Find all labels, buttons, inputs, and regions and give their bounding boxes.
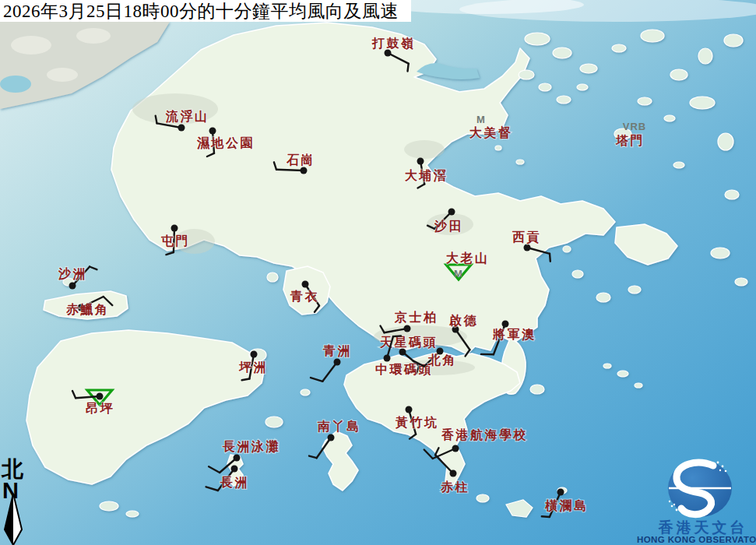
station-dot: [234, 455, 241, 462]
ninepin-island: [603, 364, 611, 368]
station-dot: [97, 393, 104, 400]
logo-name-en: HONG KONG OBSERVATORY: [637, 535, 756, 544]
station-label: 赤鱲角: [65, 303, 110, 316]
station-label: 青衣: [290, 290, 319, 303]
station-label: 黃竹坑: [395, 416, 439, 429]
mirs-bay-island: [725, 190, 739, 199]
station-dot: [302, 281, 309, 288]
port-shelter-island: [628, 286, 641, 294]
station-dot: [178, 125, 185, 132]
station-dot: [404, 325, 411, 332]
station-dot: [301, 167, 308, 174]
station-dot: [450, 470, 457, 477]
station-label: 流浮山: [165, 109, 209, 123]
ninepin-island: [617, 371, 628, 377]
station-label: 中環碼頭: [375, 363, 433, 377]
wind-barb-flick: [550, 254, 550, 262]
wind-barb-flick: [542, 516, 550, 517]
mirs-bay-island: [525, 33, 550, 45]
station-label: 將軍澳: [492, 328, 536, 341]
urban-patch: [11, 36, 51, 54]
mirs-bay-island: [673, 162, 684, 168]
station-label: 西貢: [512, 230, 541, 244]
urban-patch: [76, 28, 111, 44]
station-label: 天星碼頭: [379, 336, 438, 350]
station-dot: [399, 349, 406, 356]
station-label: 坪洲: [238, 360, 268, 374]
station-label: 北角: [427, 353, 457, 367]
station-dot: [502, 321, 509, 328]
mirs-bay-island: [670, 69, 687, 80]
station-dot: [231, 466, 238, 473]
mirs-bay-island: [580, 64, 597, 73]
station-label: 大埔滘: [405, 168, 448, 182]
wind-barb-flick: [408, 64, 409, 72]
station-label: 橫瀾島: [544, 499, 589, 512]
ma-wan-island: [267, 272, 278, 282]
station-marker: M: [476, 114, 486, 125]
station-label: 打鼓嶺: [371, 37, 416, 50]
tung-lung-island: [530, 385, 544, 394]
station-dot: [385, 50, 392, 57]
station-dot: [524, 244, 531, 251]
station-label: 沙田: [434, 220, 463, 233]
station-label: 大美督: [469, 125, 513, 139]
kau-yi-chau-island: [301, 389, 310, 396]
station-label: 青洲: [322, 344, 352, 357]
station-label: 京士柏: [394, 310, 438, 324]
station-dot: [406, 406, 413, 413]
mirs-bay-island: [641, 30, 664, 42]
mirs-bay-island: [612, 44, 626, 52]
station-label: 啟德: [448, 314, 478, 327]
wind-map: 打鼓嶺流浮山濕地公園石崗M大美督VRB塔門大埔滘沙田屯門西貢M大老山沙洲赤鱲角青…: [0, 0, 756, 545]
east-island: [735, 278, 747, 286]
station-label: 濕地公園: [196, 136, 255, 150]
mirs-bay-island: [718, 133, 733, 150]
station-label: 沙洲: [58, 267, 87, 280]
tolo-islet: [495, 146, 501, 150]
station-label: 屯門: [160, 234, 190, 248]
station-marker: M: [454, 268, 463, 280]
station-label: 塔門: [615, 134, 645, 147]
station-marker: VRB: [623, 121, 646, 132]
mirs-bay-island: [690, 97, 715, 109]
station-label: 香港航海學校: [441, 427, 528, 441]
station-label: 長洲: [220, 476, 249, 489]
beaufort-island: [476, 494, 489, 502]
station-dot: [209, 128, 216, 135]
station-dot: [448, 209, 455, 216]
soko-island: [126, 511, 139, 517]
double-haven-island: [539, 83, 551, 91]
mirs-bay-island: [698, 48, 712, 64]
station-dot: [171, 225, 178, 232]
station-dot: [452, 445, 459, 452]
mirs-bay-island: [638, 97, 652, 105]
mirs-bay-island: [553, 47, 571, 58]
urban-patch: [47, 68, 78, 82]
shenzhen-bay-water: [0, 76, 31, 93]
station-label: 南丫島: [317, 420, 361, 433]
map-title: 2026年3月25日18時00分的十分鐘平均風向及風速: [3, 0, 399, 23]
double-haven-island: [577, 84, 588, 90]
station-label: 石崗: [286, 153, 315, 167]
station-dot: [384, 355, 391, 362]
station-dot: [328, 434, 335, 441]
wind-barb-flick: [393, 336, 401, 336]
station-dot: [557, 489, 564, 496]
wind-barb-shaft: [276, 170, 304, 171]
double-haven-island: [557, 96, 571, 104]
ninepin-island: [635, 383, 642, 388]
title-bar: 2026年3月25日18時00分的十分鐘平均風向及風速: [0, 0, 411, 22]
port-shelter-island: [572, 270, 583, 278]
mirs-bay-island: [664, 115, 675, 121]
station-label: 長洲泳灘: [222, 439, 280, 453]
station-dot: [251, 351, 258, 358]
port-shelter-island: [563, 246, 571, 252]
station-dot: [334, 359, 341, 366]
mirs-bay-island: [724, 34, 743, 47]
tolo-islet: [516, 160, 524, 164]
station-dot: [69, 283, 76, 290]
logo-name-cjk: 香港天文台: [658, 519, 748, 536]
station-label: 大老山: [446, 251, 490, 265]
double-haven-island: [519, 70, 534, 79]
